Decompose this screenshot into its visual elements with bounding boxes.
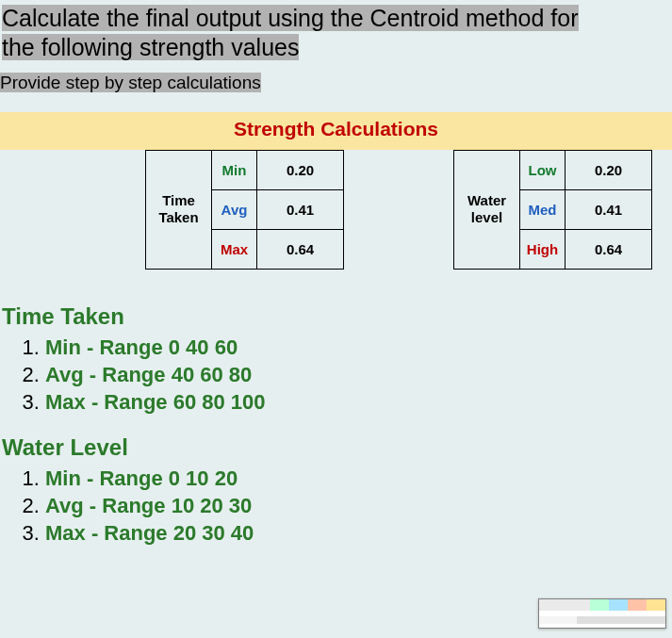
cell-value: 0.64	[565, 229, 652, 269]
cell-label: Avg	[212, 189, 257, 229]
tables-wrap: Time Taken Min 0.20 Avg 0.41 Max 0.64 Wa…	[0, 150, 672, 270]
list-item: Min - Range 0 40 60	[45, 334, 670, 361]
title-line-2: the following strength values	[2, 34, 299, 60]
table-row: High 0.64	[520, 229, 652, 269]
thumbnail-bar	[539, 599, 665, 611]
cell-value: 0.20	[565, 150, 652, 189]
spacer-mid	[344, 150, 453, 270]
cell-value: 0.41	[565, 189, 652, 229]
ranges-title: Time Taken	[2, 303, 670, 330]
cell-label: Min	[212, 150, 257, 189]
ranges-list: Min - Range 0 10 20 Avg - Range 10 20 30…	[2, 465, 670, 547]
table-water-level: Water level Low 0.20 Med 0.41 High 0.64	[453, 150, 652, 270]
table-time-taken: Time Taken Min 0.20 Avg 0.41 Max 0.64	[145, 150, 344, 270]
thumbnail-bar	[539, 616, 665, 624]
list-item: Avg - Range 40 60 80	[45, 361, 670, 388]
list-item: Avg - Range 10 20 30	[45, 492, 670, 519]
title-line-1: Calculate the final output using the Cen…	[2, 5, 579, 31]
page-title: Calculate the final output using the Cen…	[0, 0, 672, 65]
table-right-data: Low 0.20 Med 0.41 High 0.64	[519, 150, 652, 270]
cell-label: Med	[520, 189, 565, 229]
table-row: Min 0.20	[212, 150, 344, 189]
cell-value: 0.41	[257, 189, 344, 229]
cell-value: 0.64	[257, 229, 344, 269]
thumbnail-preview	[538, 598, 666, 629]
table-row: Med 0.41	[520, 189, 652, 229]
sub-heading-text: Provide step by step calculations	[0, 73, 261, 92]
table-left-rowlabel: Time Taken	[145, 150, 211, 270]
table-left-data: Min 0.20 Avg 0.41 Max 0.64	[211, 150, 344, 270]
list-item: Max - Range 20 30 40	[45, 519, 670, 547]
list-item: Min - Range 0 10 20	[45, 465, 670, 492]
calc-title-bar: Strength Calculations	[0, 112, 672, 150]
ranges-time-taken: Time Taken Min - Range 0 40 60 Avg - Ran…	[0, 270, 672, 416]
cell-label: High	[520, 229, 565, 269]
sub-heading: Provide step by step calculations	[0, 65, 672, 97]
list-item: Max - Range 60 80 100	[45, 388, 670, 416]
ranges-water-level: Water Level Min - Range 0 10 20 Avg - Ra…	[0, 416, 672, 547]
calc-title: Strength Calculations	[234, 118, 438, 139]
cell-label: Low	[520, 150, 565, 189]
table-row: Max 0.64	[212, 229, 344, 269]
table-right-rowlabel: Water level	[453, 150, 519, 270]
cell-label: Max	[212, 229, 257, 269]
cell-value: 0.20	[257, 150, 344, 189]
table-row: Avg 0.41	[212, 189, 344, 229]
ranges-list: Min - Range 0 40 60 Avg - Range 40 60 80…	[2, 334, 670, 416]
spacer-left	[0, 150, 145, 270]
ranges-title: Water Level	[2, 434, 670, 461]
table-row: Low 0.20	[520, 150, 652, 189]
